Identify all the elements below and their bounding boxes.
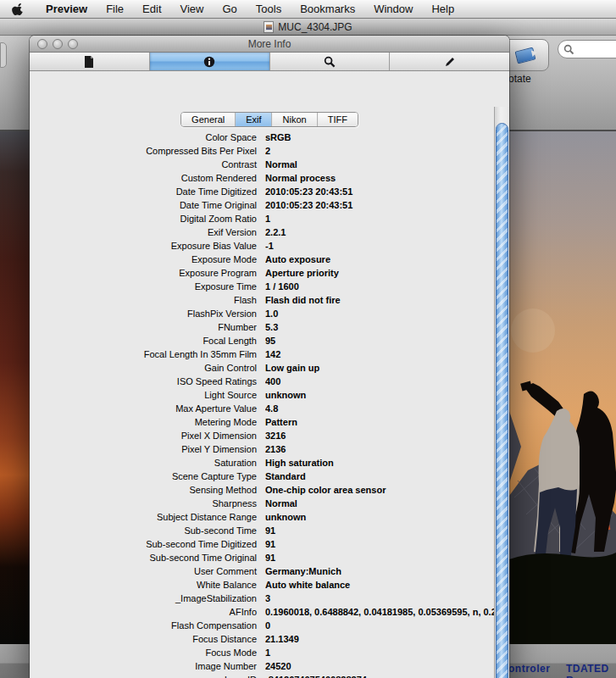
menu-go[interactable]: Go [213, 0, 246, 19]
segment-document[interactable] [30, 53, 150, 70]
menu-tools[interactable]: Tools [247, 0, 291, 19]
menu-help[interactable]: Help [422, 0, 463, 19]
inspector-segmented-toolbar [30, 53, 509, 71]
menu-preview[interactable]: Preview [36, 0, 97, 19]
tab-bar: GeneralExifNikonTIFF [180, 112, 358, 127]
tab-general[interactable]: General [181, 113, 235, 126]
exif-row-label: Sub-second Time [30, 525, 257, 536]
exif-row-value: 2.2.1 [265, 227, 494, 237]
exif-row: Light Sourceunknown [30, 388, 494, 402]
exif-row: Focal Length95 [30, 334, 494, 347]
search-input[interactable] [558, 40, 616, 58]
exif-row: Lens ID-8412674075406828274 [30, 673, 494, 678]
exif-row-label: White Balance [30, 580, 257, 590]
exif-row-value: 91 [265, 525, 494, 536]
exif-row: Focus Mode1 [30, 646, 494, 659]
sunset-photo [509, 131, 616, 644]
exif-row-value: 1 / 1600 [265, 281, 494, 292]
menu-edit[interactable]: Edit [133, 0, 170, 19]
photo-left-sliver [0, 131, 30, 644]
exif-row-label: Exposure Time [30, 281, 257, 292]
exif-row: User CommentGermany:Munich [30, 564, 494, 578]
exif-row-value: Normal process [265, 173, 494, 183]
exif-row-label: Sharpness [30, 498, 257, 508]
segment-search[interactable] [270, 53, 391, 70]
exif-row: Focal Length In 35mm Film142 [30, 347, 494, 361]
menu-bookmarks[interactable]: Bookmarks [291, 0, 364, 19]
exif-row: ContrastNormal [30, 158, 494, 171]
exif-row-label: Image Number [30, 661, 257, 671]
exif-row-label: User Comment [30, 566, 257, 576]
exif-row: White BalanceAuto white balance [30, 578, 494, 592]
exif-row-label: Lens ID [30, 675, 257, 678]
exif-row-value: -8412674075406828274 [265, 675, 494, 678]
exif-row: FlashPix Version1.0 [30, 307, 494, 320]
more-info-title: More Info [30, 38, 509, 50]
exif-row-value: Auto exposure [265, 254, 494, 264]
tab-exif[interactable]: Exif [235, 113, 271, 126]
exif-row-label: Compressed Bits Per Pixel [30, 146, 257, 156]
exif-row-value: 1 [265, 214, 494, 224]
exif-row: Sub-second Time Digitized91 [30, 537, 494, 551]
toolbar-button-partial [0, 42, 7, 68]
exif-row: Exposure Time1 / 1600 [30, 280, 494, 293]
scrollbar-thumb[interactable] [496, 123, 508, 678]
exif-row-value: 0.1960018, 0.6488842, 0.04181985, 0.0536… [265, 607, 494, 617]
segment-annotate[interactable] [390, 53, 509, 70]
document-icon [84, 56, 94, 68]
exif-row-value: Normal [265, 159, 494, 170]
apple-logo-icon[interactable] [12, 3, 25, 15]
menu-bar: PreviewFileEditViewGoToolsBookmarksWindo… [0, 0, 616, 19]
segment-info[interactable] [150, 53, 270, 70]
exif-row-label: Date Time Digitized [30, 186, 257, 197]
exif-row-value: 1 [265, 647, 494, 658]
exif-row-label: Sub-second Time Digitized [30, 539, 257, 549]
exif-row-label: Exif Version [30, 227, 257, 237]
exif-row-label: Flash Compensation [30, 620, 257, 631]
exif-row-value: One-chip color area sensor [265, 485, 494, 495]
info-icon [203, 56, 215, 68]
search-icon [324, 56, 336, 68]
exif-row-value: Germany:Munich [265, 566, 494, 576]
exif-row-value: 91 [265, 539, 494, 549]
exif-row: SaturationHigh saturation [30, 456, 494, 470]
menu-view[interactable]: View [171, 0, 214, 19]
exif-row-value: High saturation [265, 458, 494, 468]
exif-row: _ImageStabilization3 [30, 592, 494, 605]
menu-file[interactable]: File [97, 0, 133, 19]
exif-row-label: Color Space [30, 132, 257, 142]
exif-row-label: Exposure Bias Value [30, 241, 257, 251]
scrollbar-track[interactable] [494, 107, 509, 678]
exif-row-label: FNumber [30, 322, 257, 332]
exif-row-label: Max Aperture Value [30, 403, 257, 414]
exif-row: Exposure ModeAuto exposure [30, 253, 494, 266]
exif-row-value: 95 [265, 336, 494, 346]
exif-row-value: Pattern [265, 417, 494, 427]
exif-table: Color SpacesRGBCompressed Bits Per Pixel… [30, 131, 494, 678]
exif-row: Color SpacesRGB [30, 131, 494, 144]
exif-row-label: Focal Length [30, 336, 257, 346]
more-info-titlebar[interactable]: More Info [30, 36, 509, 53]
menu-window[interactable]: Window [364, 0, 422, 19]
exif-row-label: Gain Control [30, 363, 257, 373]
exif-row-label: Date Time Original [30, 200, 257, 210]
exif-row-value: unknown [265, 512, 494, 522]
exif-row-value: 2136 [265, 444, 494, 454]
exif-row-label: Light Source [30, 390, 257, 400]
tab-tiff[interactable]: TIFF [317, 113, 358, 126]
pencil-icon [444, 56, 456, 68]
exif-row-value: Standard [265, 471, 494, 481]
exif-row-value: 2010:05:23 20:43:51 [265, 186, 494, 197]
exif-row-label: FlashPix Version [30, 308, 257, 319]
exif-row-value: 2010:05:23 20:43:51 [265, 200, 494, 210]
tab-nikon[interactable]: Nikon [272, 113, 317, 126]
exif-row: Scene Capture TypeStandard [30, 470, 494, 483]
preview-window-titlebar: MUC_4304.JPG [0, 19, 616, 36]
exif-row-value: 3216 [265, 431, 494, 441]
exif-row-value: 91 [265, 553, 494, 563]
exif-row-value: 21.1349 [265, 634, 494, 644]
exif-row: Sub-second Time91 [30, 524, 494, 537]
exif-row-value: -1 [265, 241, 494, 251]
exif-row: Compressed Bits Per Pixel2 [30, 144, 494, 158]
desktop-text-right: TDATED R [566, 663, 616, 678]
